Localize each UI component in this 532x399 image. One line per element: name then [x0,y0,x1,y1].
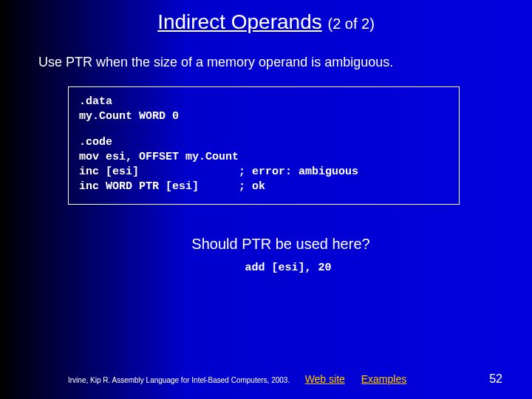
footer-links: Web site Examples [305,373,420,385]
code-box: .data my.Count WORD 0 .code mov esi, OFF… [68,86,460,205]
code-block-data: .data my.Count WORD 0 [79,95,449,125]
code-snippet: add [esi], 20 [0,262,532,274]
examples-link[interactable]: Examples [361,373,406,385]
website-link[interactable]: Web site [305,373,345,385]
code-block-code: .code mov esi, OFFSET my.Count inc [esi]… [79,135,449,195]
title-part: (2 of 2) [328,16,375,32]
slide: Indirect Operands (2 of 2) Use PTR when … [0,0,532,399]
page-number: 52 [489,372,502,386]
footer: Irvine, Kip R. Assembly Language for Int… [0,372,532,386]
footer-credit: Irvine, Kip R. Assembly Language for Int… [68,376,290,384]
slide-title: Indirect Operands (2 of 2) [0,0,532,34]
title-main: Indirect Operands [157,10,322,33]
question-line: Should PTR be used here? [0,236,532,253]
question-text: Should PTR be used here? [191,236,369,253]
subtitle-text: Use PTR when the size of a memory operan… [38,55,532,70]
